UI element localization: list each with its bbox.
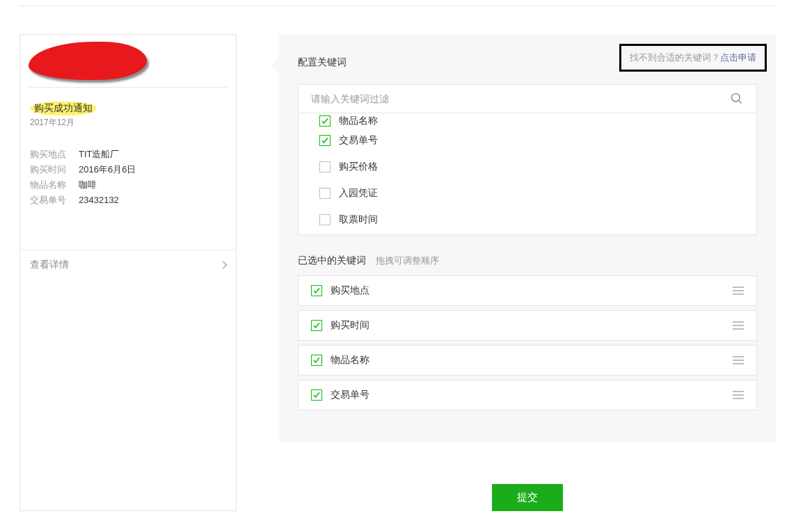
submit-row: 提交 — [278, 484, 777, 511]
keyword-label: 取票时间 — [339, 213, 378, 226]
preview-kv-row: 物品名称 咖啡 — [30, 177, 226, 193]
keyword-option[interactable]: 物品名称 — [298, 115, 756, 127]
svg-line-1 — [739, 101, 742, 104]
selected-keyword-item[interactable]: 物品名称 — [298, 345, 757, 376]
preview-kv-row: 购买时间 2016年6月6日 — [30, 162, 226, 177]
selected-keyword-label: 购买地点 — [331, 284, 369, 297]
keyword-search-input[interactable] — [311, 93, 730, 104]
preview-kv-label: 物品名称 — [30, 177, 79, 193]
selected-keyword-item[interactable]: 交易单号 — [298, 380, 757, 410]
config-box: 配置关键词 找不到合适的关键词？点击申请 物品名称 交易单号 — [278, 34, 777, 442]
preview-kv-row: 交易单号 23432132 — [30, 193, 226, 208]
drag-handle-icon[interactable] — [733, 391, 744, 399]
config-header: 配置关键词 找不到合适的关键词？点击申请 — [298, 56, 757, 72]
preview-header — [20, 35, 236, 92]
keyword-option[interactable]: 购买价格 — [298, 154, 756, 180]
selected-keyword-item[interactable]: 购买地点 — [298, 275, 757, 306]
preview-kv-value: 2016年6月6日 — [79, 162, 136, 177]
checkbox-icon — [319, 161, 331, 172]
preview-title: 购买成功通知 — [30, 102, 97, 115]
keyword-pool-list[interactable]: 物品名称 交易单号 购买价格 入园凭证 取票时间 — [298, 113, 757, 235]
selected-header: 已选中的关键词 拖拽可调整顺序 — [298, 255, 757, 267]
selected-hint: 拖拽可调整顺序 — [376, 255, 439, 267]
selected-keyword-list: 购买地点 购买时间 物品名称 交易单号 — [298, 275, 757, 410]
svg-point-0 — [732, 94, 740, 102]
main-container: 购买成功通知 2017年12月 购买地点 TIT造船厂 购买时间 2016年6月… — [0, 6, 796, 511]
preview-kv-label: 交易单号 — [30, 193, 79, 208]
redacted-avatar — [29, 42, 147, 80]
checkbox-icon — [311, 355, 322, 366]
checkbox-icon — [311, 320, 322, 331]
drag-handle-icon[interactable] — [733, 356, 744, 364]
apply-link[interactable]: 点击申请 — [720, 52, 756, 63]
selected-keyword-label: 购买时间 — [331, 319, 369, 332]
keyword-label: 交易单号 — [339, 134, 378, 147]
checkbox-icon — [319, 135, 331, 146]
apply-prompt-text: 找不到合适的关键词？ — [630, 52, 720, 63]
selected-keyword-item[interactable]: 购买时间 — [298, 310, 757, 341]
config-section-title: 配置关键词 — [298, 56, 347, 69]
keyword-option[interactable]: 取票时间 — [298, 207, 756, 233]
chevron-right-icon — [219, 261, 227, 268]
preview-kv-value: TIT造船厂 — [79, 147, 120, 162]
preview-footer-label: 查看详情 — [30, 259, 69, 271]
drag-handle-icon[interactable] — [733, 287, 744, 295]
checkbox-icon — [319, 115, 331, 127]
checkbox-icon — [319, 188, 331, 199]
checkbox-icon — [311, 389, 322, 401]
preview-kv-list: 购买地点 TIT造船厂 购买时间 2016年6月6日 物品名称 咖啡 交易单号 … — [30, 147, 226, 208]
selected-keyword-label: 物品名称 — [331, 354, 369, 366]
keyword-label: 物品名称 — [339, 115, 378, 127]
checkbox-icon — [311, 285, 322, 296]
submit-button[interactable]: 提交 — [492, 484, 563, 511]
keyword-search-box — [298, 84, 757, 113]
preview-kv-row: 购买地点 TIT造船厂 — [30, 147, 226, 162]
template-preview-card: 购买成功通知 2017年12月 购买地点 TIT造船厂 购买时间 2016年6月… — [19, 34, 237, 511]
preview-kv-label: 购买地点 — [30, 147, 79, 162]
preview-kv-value: 23432132 — [79, 193, 119, 208]
checkbox-icon — [319, 214, 331, 225]
selected-title: 已选中的关键词 — [298, 255, 366, 267]
keyword-label: 入园凭证 — [339, 187, 378, 200]
preview-kv-value: 咖啡 — [79, 177, 97, 193]
apply-highlight-box: 找不到合适的关键词？点击申请 — [619, 44, 767, 72]
search-icon — [730, 92, 744, 106]
selected-keyword-label: 交易单号 — [331, 389, 369, 401]
preview-body: 购买成功通知 2017年12月 购买地点 TIT造船厂 购买时间 2016年6月… — [20, 92, 236, 250]
preview-kv-label: 购买时间 — [30, 162, 79, 177]
keyword-option[interactable]: 入园凭证 — [298, 180, 756, 207]
preview-date: 2017年12月 — [30, 117, 226, 129]
preview-divider — [29, 87, 228, 88]
keyword-label: 购买价格 — [339, 161, 378, 173]
drag-handle-icon[interactable] — [733, 321, 744, 330]
keyword-option[interactable]: 交易单号 — [298, 127, 756, 154]
config-panel: 配置关键词 找不到合适的关键词？点击申请 物品名称 交易单号 — [278, 34, 777, 511]
preview-footer-link[interactable]: 查看详情 — [20, 250, 236, 280]
